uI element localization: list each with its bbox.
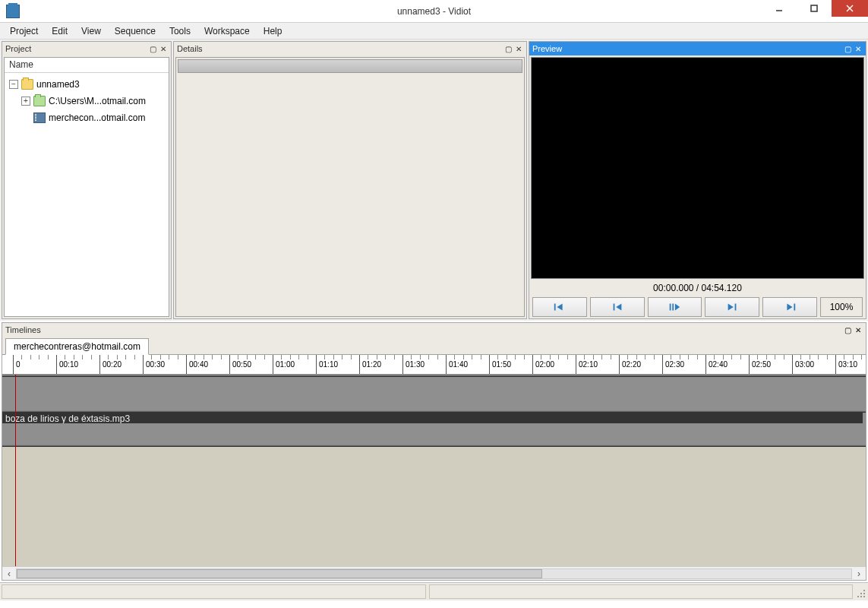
- menu-workspace[interactable]: Workspace: [197, 24, 257, 39]
- svg-marker-5: [557, 304, 562, 311]
- timeline-scrollbar[interactable]: ‹ ›: [2, 566, 866, 580]
- scroll-left-button[interactable]: ‹: [2, 568, 16, 580]
- go-end-button[interactable]: [762, 297, 817, 317]
- panel-close-icon[interactable]: ✕: [854, 44, 863, 53]
- resize-grip[interactable]: [854, 583, 868, 600]
- menu-project[interactable]: Project: [3, 24, 45, 39]
- clip-body: [2, 423, 863, 445]
- tree-folder-row[interactable]: + C:\Users\M...otmail.com: [6, 93, 167, 109]
- svg-rect-12: [735, 304, 737, 311]
- ruler-tick: 00:30: [143, 355, 144, 375]
- menu-sequence[interactable]: Sequence: [108, 24, 163, 39]
- tree-media-label: merchecon...otmail.com: [49, 112, 145, 123]
- svg-marker-13: [787, 304, 792, 311]
- menu-view[interactable]: View: [74, 24, 108, 39]
- preview-video[interactable]: [531, 57, 864, 279]
- audio-clip[interactable]: boza de lirios y de éxtasis.mp3: [2, 413, 863, 445]
- ruler-tick: 01:10: [316, 355, 317, 375]
- ruler-label: 02:30: [665, 360, 684, 369]
- svg-rect-14: [794, 304, 795, 311]
- timelines-panel-header[interactable]: Timelines ▢ ✕: [2, 323, 866, 337]
- status-cell-left: [2, 584, 426, 599]
- tree-column-header[interactable]: Name: [5, 58, 169, 73]
- ruler-label: 00:10: [59, 360, 78, 369]
- panel-close-icon[interactable]: ✕: [159, 44, 168, 53]
- ruler-label: 00:20: [103, 360, 122, 369]
- minimize-button[interactable]: [762, 0, 797, 17]
- ruler-label: 02:40: [709, 360, 728, 369]
- panel-dock-icon[interactable]: ▢: [843, 44, 852, 53]
- ruler-label: 03:10: [838, 360, 857, 369]
- svg-marker-10: [675, 304, 680, 311]
- statusbar: [0, 582, 868, 600]
- timeline-tab[interactable]: merchecontreras@hotmail.com: [5, 338, 149, 355]
- tree-root-row[interactable]: − unnamed3: [6, 76, 167, 93]
- clip-label: boza de lirios y de éxtasis.mp3: [5, 413, 130, 424]
- ruler-tick: 02:30: [662, 355, 663, 375]
- details-panel-header[interactable]: Details ▢ ✕: [174, 42, 526, 55]
- menu-edit[interactable]: Edit: [45, 24, 74, 39]
- details-panel: Details ▢ ✕: [173, 41, 527, 319]
- media-icon: [33, 112, 46, 123]
- svg-rect-20: [863, 596, 865, 597]
- ruler-label: 0: [16, 360, 21, 369]
- go-start-button[interactable]: [532, 297, 587, 317]
- video-track[interactable]: [2, 377, 866, 410]
- preview-panel-header[interactable]: Preview ▢ ✕: [529, 42, 866, 55]
- tree-media-row[interactable]: merchecon...otmail.com: [6, 109, 167, 126]
- ruler-tick: 00:20: [99, 355, 100, 375]
- expand-icon[interactable]: +: [21, 97, 30, 106]
- playhead[interactable]: [15, 375, 16, 566]
- ruler-tick: 00:10: [56, 355, 57, 375]
- svg-rect-4: [554, 304, 556, 311]
- play-pause-button[interactable]: [648, 297, 702, 317]
- panel-dock-icon[interactable]: ▢: [843, 325, 852, 334]
- preview-zoom[interactable]: 100%: [820, 297, 863, 317]
- menu-help[interactable]: Help: [257, 24, 289, 39]
- ruler-tick: 03:10: [835, 355, 836, 375]
- project-panel-title: Project: [5, 44, 148, 53]
- menu-tools[interactable]: Tools: [163, 24, 197, 39]
- timeline-ruler[interactable]: 000:1000:2000:3000:4000:5001:0001:1001:2…: [2, 355, 866, 375]
- timeline-empty-area: [2, 447, 866, 520]
- timeline-body[interactable]: 000:1000:2000:3000:4000:5001:0001:1001:2…: [2, 355, 866, 566]
- ruler-tick: 00:50: [229, 355, 230, 375]
- folder-icon: [21, 79, 33, 90]
- maximize-button[interactable]: [797, 0, 832, 17]
- svg-rect-1: [811, 5, 817, 11]
- ruler-label: 01:50: [492, 360, 511, 369]
- ruler-label: 03:00: [795, 360, 814, 369]
- scroll-right-button[interactable]: ›: [852, 568, 866, 580]
- project-panel-header[interactable]: Project ▢ ✕: [2, 42, 171, 55]
- svg-rect-18: [857, 596, 859, 597]
- panel-dock-icon[interactable]: ▢: [148, 44, 157, 53]
- preview-timecode: 00:00.000 / 04:54.120: [529, 280, 866, 296]
- timelines-panel-title: Timelines: [5, 325, 843, 334]
- ruler-tick: 02:00: [532, 355, 533, 375]
- ruler-tick: 01:40: [446, 355, 447, 375]
- folder-icon: [33, 96, 46, 106]
- panel-dock-icon[interactable]: ▢: [503, 44, 513, 53]
- panel-close-icon[interactable]: ✕: [854, 325, 863, 334]
- ruler-label: 02:20: [622, 360, 641, 369]
- scroll-track[interactable]: [16, 568, 852, 579]
- ruler-label: 01:20: [362, 360, 381, 369]
- ruler-tick: 02:20: [619, 355, 620, 375]
- step-back-button[interactable]: [590, 297, 645, 317]
- close-button[interactable]: [832, 0, 868, 17]
- details-panel-title: Details: [177, 44, 503, 53]
- details-body: [175, 57, 525, 317]
- panel-close-icon[interactable]: ✕: [514, 44, 523, 53]
- details-header-bar: [178, 59, 522, 73]
- ruler-tick: 01:20: [359, 355, 360, 375]
- ruler-label: 02:10: [579, 360, 598, 369]
- audio-track[interactable]: boza de lirios y de éxtasis.mp3: [2, 413, 866, 445]
- ruler-label: 01:10: [319, 360, 338, 369]
- ruler-label: 01:30: [406, 360, 425, 369]
- step-forward-button[interactable]: [705, 297, 759, 317]
- scroll-thumb[interactable]: [17, 569, 542, 578]
- tree-root-label: unnamed3: [36, 79, 80, 90]
- ruler-tick: 03:00: [792, 355, 793, 375]
- collapse-icon[interactable]: −: [9, 80, 18, 89]
- status-cell-right: [429, 584, 854, 599]
